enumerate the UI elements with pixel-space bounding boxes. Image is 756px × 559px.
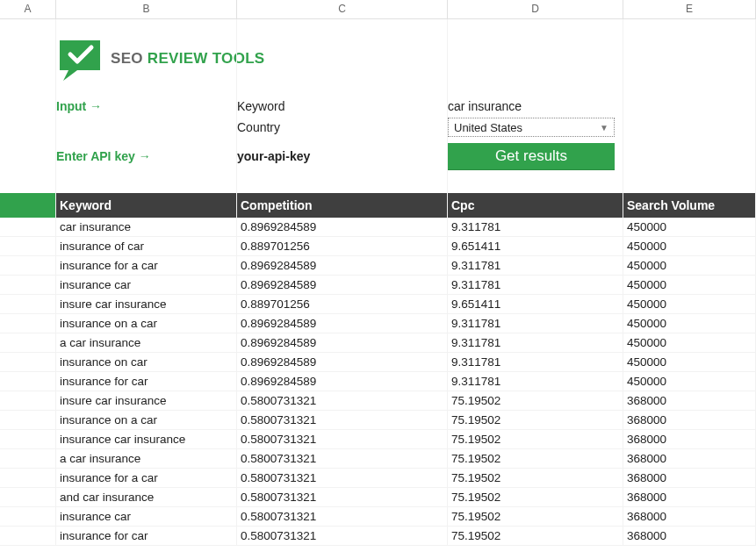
cell-keyword: insure car insurance <box>56 394 237 407</box>
cell-search-volume: 368000 <box>623 510 756 523</box>
country-dropdown[interactable]: United States ▼ <box>448 118 615 137</box>
results-table-body: car insurance0.89692845899.311781450000i… <box>0 218 756 546</box>
table-row[interactable]: insurance on car0.89692845899.3117814500… <box>0 353 756 372</box>
table-row[interactable]: insurance for car0.89692845899.311781450… <box>0 372 756 391</box>
cell-search-volume: 368000 <box>623 529 756 542</box>
table-row[interactable]: insurance of car0.8897012569.65141145000… <box>0 237 756 256</box>
cell-keyword: a car insurance <box>56 452 237 465</box>
keyword-value-cell[interactable]: car insurance <box>448 99 623 113</box>
cell-cpc: 9.311781 <box>448 317 623 330</box>
cell-competition: 0.8969284589 <box>237 336 448 349</box>
cell-competition: 0.5800731321 <box>237 491 448 504</box>
col-header-e[interactable]: E <box>623 0 756 18</box>
cell-competition: 0.8969284589 <box>237 375 448 388</box>
cell-search-volume: 368000 <box>623 394 756 407</box>
cell-keyword: insure car insurance <box>56 297 237 311</box>
table-row[interactable]: a car insurance0.89692845899.31178145000… <box>0 333 756 353</box>
cell-keyword: car insurance <box>56 220 237 233</box>
cell-search-volume: 450000 <box>623 355 756 369</box>
table-row[interactable]: insurance for a car0.89692845899.3117814… <box>0 256 756 276</box>
table-row[interactable]: insurance for car0.580073132175.19502368… <box>0 527 756 546</box>
cell-cpc: 75.19502 <box>448 471 623 484</box>
cell-competition: 0.5800731321 <box>237 529 448 542</box>
cell-search-volume: 450000 <box>623 375 756 388</box>
cell-keyword: insurance car <box>56 278 237 291</box>
cell-keyword: insurance on a car <box>56 317 237 330</box>
cell-cpc: 75.19502 <box>448 394 623 407</box>
cell-keyword: insurance car insurance <box>56 433 237 446</box>
keyword-label: Keyword <box>237 99 448 113</box>
cell-keyword: insurance for car <box>56 529 237 542</box>
table-row[interactable]: insurance on a car0.89692845899.31178145… <box>0 314 756 333</box>
cell-competition: 0.8969284589 <box>237 355 448 369</box>
th-keyword: Keyword <box>56 198 237 212</box>
cell-keyword: insurance for a car <box>56 259 237 272</box>
cell-competition: 0.8969284589 <box>237 259 448 272</box>
cell-search-volume: 450000 <box>623 336 756 349</box>
cell-keyword: insurance on a car <box>56 413 237 426</box>
cell-competition: 0.889701256 <box>237 297 448 311</box>
logo-review-tools: REVIEW TOOLS <box>148 50 265 67</box>
logo-seo: SEO <box>111 50 143 67</box>
cell-keyword: insurance for a car <box>56 471 237 484</box>
table-row[interactable]: insurance for a car0.580073132175.195023… <box>0 469 756 488</box>
cell-competition: 0.8969284589 <box>237 278 448 291</box>
get-results-button[interactable]: Get results <box>448 143 615 169</box>
cell-search-volume: 368000 <box>623 452 756 465</box>
table-row[interactable]: insurance car0.580073132175.19502368000 <box>0 507 756 527</box>
cell-cpc: 75.19502 <box>448 413 623 426</box>
api-key-value-cell[interactable]: your-api-key <box>237 149 448 163</box>
table-row[interactable]: insure car insurance0.580073132175.19502… <box>0 391 756 411</box>
col-header-c[interactable]: C <box>237 0 448 18</box>
cell-cpc: 9.311781 <box>448 259 623 272</box>
cell-search-volume: 450000 <box>623 240 756 253</box>
cell-cpc: 9.651411 <box>448 297 623 311</box>
cell-competition: 0.5800731321 <box>237 510 448 523</box>
country-value: United States <box>454 121 522 134</box>
cell-keyword: insurance car <box>56 510 237 523</box>
col-header-b[interactable]: B <box>56 0 237 18</box>
cell-cpc: 9.311781 <box>448 355 623 369</box>
col-header-d[interactable]: D <box>448 0 623 18</box>
table-row[interactable]: insurance on a car0.580073132175.1950236… <box>0 411 756 430</box>
cell-search-volume: 368000 <box>623 433 756 446</box>
cell-search-volume: 450000 <box>623 278 756 291</box>
th-competition: Competition <box>237 198 448 212</box>
table-row[interactable]: insurance car insurance0.580073132175.19… <box>0 430 756 449</box>
cell-keyword: insurance for car <box>56 375 237 388</box>
cell-cpc: 9.311781 <box>448 278 623 291</box>
cell-cpc: 75.19502 <box>448 529 623 542</box>
cell-competition: 0.5800731321 <box>237 471 448 484</box>
cell-cpc: 9.311781 <box>448 336 623 349</box>
th-search-volume: Search Volume <box>623 198 756 212</box>
cell-search-volume: 368000 <box>623 471 756 484</box>
cell-competition: 0.5800731321 <box>237 394 448 407</box>
table-row[interactable]: and car insurance0.580073132175.19502368… <box>0 488 756 507</box>
table-row[interactable]: insure car insurance0.8897012569.6514114… <box>0 295 756 314</box>
table-row[interactable]: car insurance0.89692845899.311781450000 <box>0 218 756 237</box>
cell-search-volume: 368000 <box>623 413 756 426</box>
cell-competition: 0.8969284589 <box>237 317 448 330</box>
chevron-down-icon: ▼ <box>600 123 608 133</box>
cell-cpc: 9.311781 <box>448 375 623 388</box>
cell-search-volume: 450000 <box>623 317 756 330</box>
cell-cpc: 75.19502 <box>448 491 623 504</box>
cell-search-volume: 450000 <box>623 297 756 311</box>
country-label: Country <box>237 120 448 134</box>
th-cpc: Cpc <box>448 198 623 212</box>
cell-keyword: a car insurance <box>56 336 237 349</box>
table-row[interactable]: a car insurance0.580073132175.1950236800… <box>0 449 756 469</box>
cell-competition: 0.5800731321 <box>237 452 448 465</box>
col-header-a[interactable]: A <box>0 0 56 18</box>
cell-keyword: insurance on car <box>56 355 237 369</box>
cell-cpc: 75.19502 <box>448 433 623 446</box>
cell-cpc: 9.651411 <box>448 240 623 253</box>
table-row[interactable]: insurance car0.89692845899.311781450000 <box>0 276 756 295</box>
cell-keyword: insurance of car <box>56 240 237 253</box>
cell-search-volume: 368000 <box>623 491 756 504</box>
cell-cpc: 9.311781 <box>448 220 623 233</box>
input-label: Input → <box>56 99 237 113</box>
api-key-label: Enter API key → <box>56 149 237 163</box>
cell-keyword: and car insurance <box>56 491 237 504</box>
check-bubble-icon <box>56 35 104 82</box>
